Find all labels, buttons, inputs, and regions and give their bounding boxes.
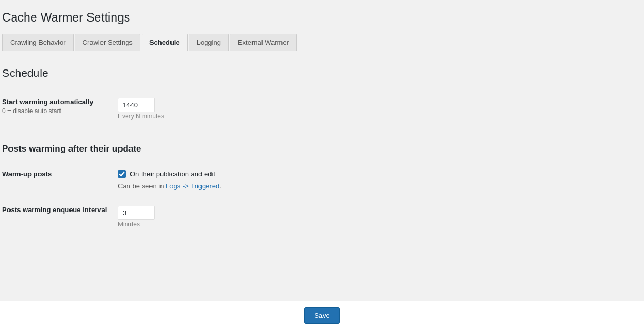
start-warming-label: Start warming automatically <box>2 98 93 106</box>
warmup-posts-checkbox[interactable] <box>118 170 126 178</box>
tab-crawler-settings[interactable]: Crawler Settings <box>75 34 140 51</box>
tab-crawling-behavior[interactable]: Crawling Behavior <box>2 34 74 51</box>
enqueue-interval-label: Posts warming enqueue interval <box>2 206 107 214</box>
form-row-warmup-posts: Warm-up posts On their publication and e… <box>2 162 463 198</box>
can-be-seen-text: Can be seen in Logs -> Triggered. <box>118 182 463 190</box>
tab-logging[interactable]: Logging <box>189 34 229 51</box>
warmup-posts-checkbox-label: On their publication and edit <box>130 170 215 178</box>
logs-triggered-link[interactable]: Logs -> Triggered <box>166 182 219 190</box>
tab-schedule[interactable]: Schedule <box>142 34 188 51</box>
tab-external-warmer[interactable]: External Warmer <box>230 34 297 51</box>
start-warming-input[interactable] <box>118 98 155 112</box>
start-warming-hint: Every N minutes <box>118 113 164 120</box>
form-row-enqueue-interval: Posts warming enqueue interval Minutes <box>2 198 463 236</box>
posts-warming-subtitle: Posts warming after their update <box>2 144 463 154</box>
content-area: Schedule Start warming automatically 0 =… <box>0 51 474 294</box>
form-table-posts-warming: Warm-up posts On their publication and e… <box>2 162 463 236</box>
enqueue-interval-input[interactable] <box>118 206 155 220</box>
form-table-schedule: Start warming automatically 0 = disable … <box>2 90 463 128</box>
section-title: Schedule <box>2 67 463 79</box>
warmup-posts-label: Warm-up posts <box>2 170 52 178</box>
tabs-bar: Crawling Behavior Crawler Settings Sched… <box>0 33 644 51</box>
page-title: Cache Warmer Settings <box>0 0 644 33</box>
form-row-start-warming: Start warming automatically 0 = disable … <box>2 90 463 128</box>
start-warming-sublabel: 0 = disable auto start <box>2 107 107 115</box>
save-button[interactable]: Save <box>304 307 340 324</box>
footer-bar: Save <box>0 301 644 330</box>
warmup-posts-checkbox-row: On their publication and edit <box>118 170 463 178</box>
page-wrapper: Cache Warmer Settings Crawling Behavior … <box>0 0 644 330</box>
enqueue-interval-hint: Minutes <box>118 221 140 228</box>
